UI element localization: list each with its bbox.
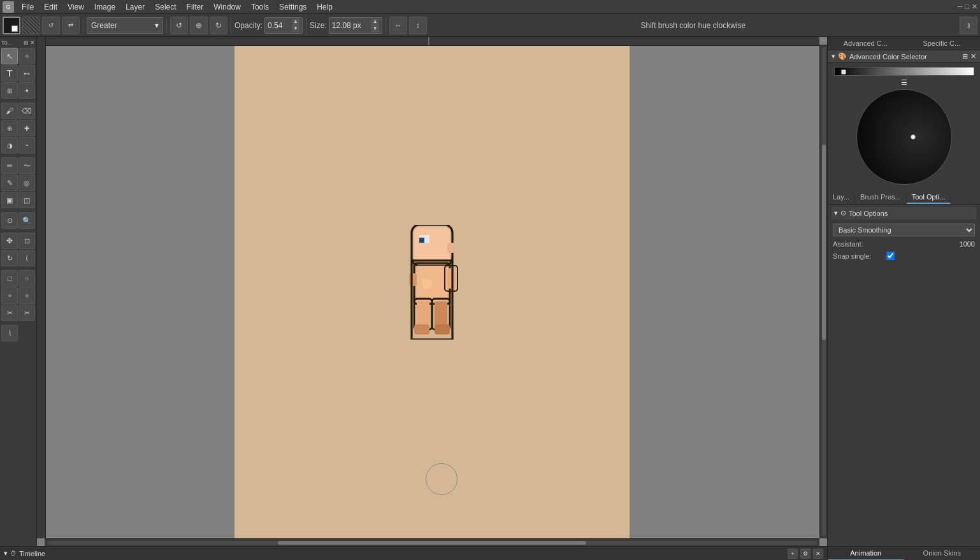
menu-layer[interactable]: Layer [120, 1, 150, 13]
tool-lasso[interactable]: ⟡ [1, 287, 18, 304]
tool-paint[interactable]: 🖌 [1, 103, 18, 119]
menu-window[interactable]: Window [208, 1, 246, 13]
tool-pencil[interactable]: ✎ [1, 175, 18, 191]
toolbox-close-icon[interactable]: ✕ [30, 39, 35, 46]
menu-select[interactable]: Select [150, 1, 181, 13]
color-wheel[interactable] [856, 89, 952, 185]
tab-layers[interactable]: Lay... [828, 191, 855, 204]
reset-brush-btn[interactable]: ↺ [170, 17, 188, 34]
menu-file[interactable]: File [17, 1, 39, 13]
tab-advanced-color[interactable]: Advanced C... [828, 37, 904, 50]
panel-close-btn[interactable]: ✕ [970, 52, 976, 61]
tool-clone[interactable]: ⊕ [1, 120, 18, 136]
tool-paths[interactable]: ✏ [1, 157, 18, 174]
tool-text[interactable]: T [1, 65, 18, 82]
menu-edit[interactable]: Edit [39, 1, 62, 13]
tab-brush-presets[interactable]: Brush Pres... [855, 191, 907, 204]
gradient-bar[interactable] [834, 67, 974, 76]
tool-row-9: ▣ ◫ [1, 192, 35, 208]
opacity-up-btn[interactable]: ▲ [292, 18, 299, 25]
size-input[interactable] [332, 21, 370, 30]
opacity-down-btn[interactable]: ▼ [292, 25, 299, 32]
tool-row-4: 🖌 ⌫ [1, 103, 35, 119]
tool-dodge[interactable]: ◑ [1, 137, 18, 154]
tool-selection[interactable]: ↖ [1, 48, 18, 64]
menu-help[interactable]: Help [312, 1, 338, 13]
reset-colors-btn[interactable]: ↺ [42, 17, 60, 34]
brush-dynamics-btn[interactable]: ↻ [210, 17, 227, 34]
scrollbar-h-thumb[interactable] [278, 541, 586, 545]
menu-filter[interactable]: Filter [182, 1, 209, 13]
tool-fx[interactable]: ✦ [18, 82, 35, 99]
tool-free-select[interactable]: ⟡ [18, 48, 35, 64]
tool-zoom[interactable]: 🔍 [18, 212, 35, 229]
expand-btn[interactable]: ⟫ [960, 17, 977, 34]
tool-transform[interactable]: ⊞ [1, 82, 18, 99]
size-label: Size: [310, 21, 327, 30]
tool-crop[interactable]: ⊡ [18, 233, 35, 249]
toolbox-dock-icon[interactable]: ⊞ [24, 39, 29, 46]
svg-rect-11 [422, 278, 432, 289]
scrollbar-h-track[interactable] [47, 541, 817, 545]
tool-smart-scissors[interactable]: ✂ [18, 305, 35, 321]
menu-view[interactable]: View [62, 1, 89, 13]
tool-move[interactable]: ✥ [1, 233, 18, 249]
opacity-input[interactable] [268, 21, 291, 30]
tool-gradient[interactable]: ◫ [18, 192, 35, 208]
anim-tab-animation[interactable]: Animation [828, 547, 904, 560]
section-collapse-icon[interactable]: ▾ [834, 209, 838, 217]
size-spinner[interactable]: ▲ ▼ [371, 18, 379, 32]
tool-warp[interactable]: ⌇ [1, 325, 18, 341]
close-icon[interactable]: ✕ [972, 3, 977, 11]
tool-airbrush[interactable]: ◎ [18, 175, 35, 191]
gradient-handle[interactable] [841, 69, 846, 75]
timeline-settings-btn[interactable]: ⚙ [800, 549, 811, 559]
panel-expand-icon[interactable]: ⊞ [962, 52, 968, 61]
tool-measure[interactable]: ⊷ [18, 65, 35, 82]
scrollbar-h[interactable] [45, 538, 819, 546]
tool-eraser[interactable]: ⌫ [18, 103, 35, 119]
menu-image[interactable]: Image [89, 1, 120, 13]
tool-scissors[interactable]: ✂ [1, 305, 18, 321]
tab-tool-options[interactable]: Tool Opti... [907, 191, 951, 204]
foreground-color-btn[interactable] [3, 17, 20, 34]
sep5 [1, 267, 35, 269]
size-up-btn[interactable]: ▲ [371, 18, 379, 25]
minimize-icon[interactable]: ─ [958, 3, 963, 11]
tool-smudge[interactable]: ~ [18, 137, 35, 154]
scrollbar-v-thumb[interactable] [822, 145, 826, 340]
menu-settings[interactable]: Settings [274, 1, 312, 13]
brush-mode-dropdown[interactable]: Greater ▾ [87, 17, 163, 34]
anim-tab-onion-skins[interactable]: Onion Skins [904, 547, 981, 560]
tool-fuzzy-lasso[interactable]: ⟡ [18, 287, 35, 304]
tool-rotate[interactable]: ↻ [1, 250, 18, 266]
timeline-add-btn[interactable]: + [788, 549, 798, 559]
timeline-collapse-icon[interactable]: ▾ [4, 549, 8, 557]
timeline-close-btn[interactable]: ✕ [813, 549, 823, 559]
flip-h-btn[interactable]: ↔ [389, 17, 407, 34]
sep4 [306, 18, 306, 33]
tool-rect-select[interactable]: □ [1, 270, 18, 287]
swap-colors-btn[interactable]: ⇄ [62, 17, 80, 34]
maximize-icon[interactable]: □ [965, 3, 969, 11]
tool-ellipse-select[interactable]: ○ [18, 270, 35, 287]
snap-single-checkbox[interactable] [886, 252, 895, 260]
tab-specific-color[interactable]: Specific C... [904, 37, 981, 50]
smoothing-select[interactable]: Basic Smoothing None Weighted [833, 224, 975, 236]
tool-color-picker[interactable]: ⊙ [1, 212, 18, 229]
tool-heal[interactable]: ✚ [18, 120, 35, 136]
pattern-btn[interactable] [22, 17, 40, 34]
size-down-btn[interactable]: ▼ [371, 25, 379, 32]
palette-menu-icon[interactable]: ☰ [901, 78, 907, 87]
scrollbar-v[interactable] [819, 45, 827, 538]
flip-v-btn[interactable]: ↕ [409, 17, 427, 34]
align-brush-btn[interactable]: ⊕ [190, 17, 208, 34]
opacity-spinner[interactable]: ▲ ▼ [292, 18, 299, 32]
scrollbar-v-track[interactable] [822, 47, 826, 536]
color-selector-dot[interactable] [911, 134, 916, 140]
tool-calligraphy[interactable]: 〜 [18, 157, 35, 174]
canvas-area[interactable] [234, 37, 630, 546]
tool-bucket[interactable]: ▣ [1, 192, 18, 208]
menu-tools[interactable]: Tools [246, 1, 274, 13]
tool-shear[interactable]: ⟨ [18, 250, 35, 266]
